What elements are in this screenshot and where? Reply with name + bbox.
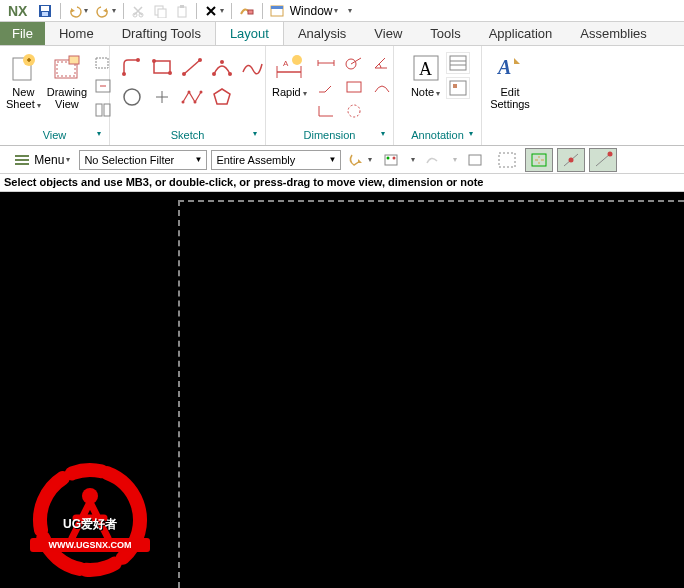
sketch-group-label[interactable]: Sketch▾ xyxy=(114,127,261,143)
svg-point-44 xyxy=(292,55,302,65)
dim-linear-icon[interactable] xyxy=(313,52,339,74)
tab-drafting-tools[interactable]: Drafting Tools xyxy=(108,22,215,45)
tab-layout[interactable]: Layout xyxy=(215,22,284,45)
paste-icon[interactable] xyxy=(171,2,193,20)
delete-icon[interactable]: ▾ xyxy=(200,2,228,20)
edit-settings-label: Edit Settings xyxy=(488,86,532,110)
tabular-note-icon[interactable] xyxy=(446,52,470,74)
svg-rect-64 xyxy=(469,155,481,165)
svg-point-36 xyxy=(188,91,191,94)
ribbon: New Sheet▾ Drawing View View▾ xyxy=(0,46,684,146)
menu-icon[interactable]: Menu▾ xyxy=(8,148,75,172)
sketch-studio-spline-icon[interactable] xyxy=(178,84,206,110)
svg-point-29 xyxy=(212,72,216,76)
svg-point-31 xyxy=(220,60,224,64)
note-button[interactable]: A Note▾ xyxy=(406,50,446,102)
tab-analysis[interactable]: Analysis xyxy=(284,22,360,45)
svg-rect-23 xyxy=(154,61,170,73)
new-sheet-label: New Sheet xyxy=(6,86,35,110)
svg-marker-39 xyxy=(214,89,230,104)
svg-point-63 xyxy=(393,156,396,159)
rect-select-icon[interactable] xyxy=(493,148,521,172)
dimension-group-label[interactable]: Dimension▾ xyxy=(270,127,389,143)
dropdown-icon[interactable]: ▾ xyxy=(411,155,415,164)
sketch-circle-icon[interactable] xyxy=(118,84,146,110)
select-tool-3-icon[interactable] xyxy=(419,148,447,172)
watermark-logo: UG爱好者 WWW.UGSNX.COM xyxy=(30,460,150,583)
svg-point-38 xyxy=(200,91,203,94)
balloon-icon[interactable] xyxy=(446,77,470,99)
dim-chamfer-icon[interactable] xyxy=(313,76,339,98)
drawing-canvas[interactable]: UG爱好者 WWW.UGSNX.COM xyxy=(0,192,684,588)
sketch-polygon-icon[interactable] xyxy=(208,84,236,110)
svg-rect-60 xyxy=(15,163,29,165)
snap-point-icon[interactable] xyxy=(557,148,585,172)
svg-rect-59 xyxy=(15,159,29,161)
new-sheet-button[interactable]: New Sheet▾ xyxy=(4,50,43,114)
sketch-spline-icon[interactable] xyxy=(238,54,266,80)
ribbon-tabs: File Home Drafting Tools Layout Analysis… xyxy=(0,22,684,46)
dim-arc-length-icon[interactable] xyxy=(369,76,395,98)
svg-line-26 xyxy=(184,60,200,74)
svg-rect-52 xyxy=(450,56,466,70)
snap-highlight-icon[interactable] xyxy=(525,148,553,172)
redo-icon[interactable]: ▾ xyxy=(92,2,120,20)
selection-scope-combo[interactable]: Entire Assembly▼ xyxy=(211,150,341,170)
sketch-rectangle-icon[interactable] xyxy=(148,54,176,80)
tab-view[interactable]: View xyxy=(360,22,416,45)
edit-settings-button[interactable]: A Edit Settings xyxy=(486,50,534,112)
svg-point-62 xyxy=(387,156,390,159)
tab-assemblies[interactable]: Assemblies xyxy=(566,22,660,45)
svg-text:A: A xyxy=(419,59,432,79)
svg-rect-48 xyxy=(347,82,361,92)
tab-tools[interactable]: Tools xyxy=(416,22,474,45)
separator xyxy=(60,3,61,19)
drawing-view-button[interactable]: Drawing View xyxy=(45,50,89,112)
status-prompt: Select objects and use MB3, or double-cl… xyxy=(0,174,684,192)
cut-icon[interactable] xyxy=(127,2,149,20)
dim-angular-icon[interactable] xyxy=(369,52,395,74)
sketch-point-icon[interactable] xyxy=(148,84,176,110)
dim-ordinate-icon[interactable] xyxy=(313,100,339,122)
svg-line-69 xyxy=(596,154,610,166)
rapid-dimension-button[interactable]: A Rapid▾ xyxy=(270,50,309,102)
svg-rect-9 xyxy=(248,10,253,14)
svg-point-37 xyxy=(194,101,197,104)
tab-application[interactable]: Application xyxy=(475,22,567,45)
snap-end-icon[interactable] xyxy=(589,148,617,172)
svg-point-35 xyxy=(182,101,185,104)
svg-text:A: A xyxy=(496,56,511,78)
svg-rect-17 xyxy=(96,58,108,68)
select-tool-1-icon[interactable]: ▾ xyxy=(345,148,373,172)
svg-point-68 xyxy=(569,157,574,162)
dim-thickness-icon[interactable] xyxy=(341,76,367,98)
selection-toolbar: Menu▾ No Selection Filter▼ Entire Assemb… xyxy=(0,146,684,174)
select-tool-2-icon[interactable] xyxy=(377,148,405,172)
undo-icon[interactable]: ▾ xyxy=(64,2,92,20)
svg-rect-56 xyxy=(453,84,457,88)
qat-overflow-icon[interactable]: ▾ xyxy=(348,6,352,15)
svg-point-30 xyxy=(228,72,232,76)
selection-filter-combo[interactable]: No Selection Filter▼ xyxy=(79,150,207,170)
copy-icon[interactable] xyxy=(149,2,171,20)
dim-radial-icon[interactable] xyxy=(341,52,367,74)
sketch-profile-icon[interactable] xyxy=(118,54,146,80)
menu-label: Menu xyxy=(34,153,64,167)
svg-point-70 xyxy=(608,151,613,156)
view-group-label[interactable]: View▾ xyxy=(4,127,105,143)
select-tool-4-icon[interactable] xyxy=(461,148,489,172)
rapid-label: Rapid xyxy=(272,86,301,98)
svg-rect-6 xyxy=(158,9,166,18)
sketch-arc-icon[interactable] xyxy=(208,54,236,80)
tab-file[interactable]: File xyxy=(0,22,45,45)
save-icon[interactable] xyxy=(33,1,57,21)
sketch-line-icon[interactable] xyxy=(178,54,206,80)
app-logo: NX xyxy=(2,3,33,19)
dropdown-icon[interactable]: ▾ xyxy=(453,155,457,164)
tab-home[interactable]: Home xyxy=(45,22,108,45)
touch-icon[interactable] xyxy=(235,2,259,20)
dim-perimeter-icon[interactable] xyxy=(341,100,367,122)
annotation-group-label[interactable]: Annotation▾ xyxy=(398,127,477,143)
svg-rect-58 xyxy=(15,155,29,157)
window-menu[interactable]: Window▾ xyxy=(266,2,342,20)
